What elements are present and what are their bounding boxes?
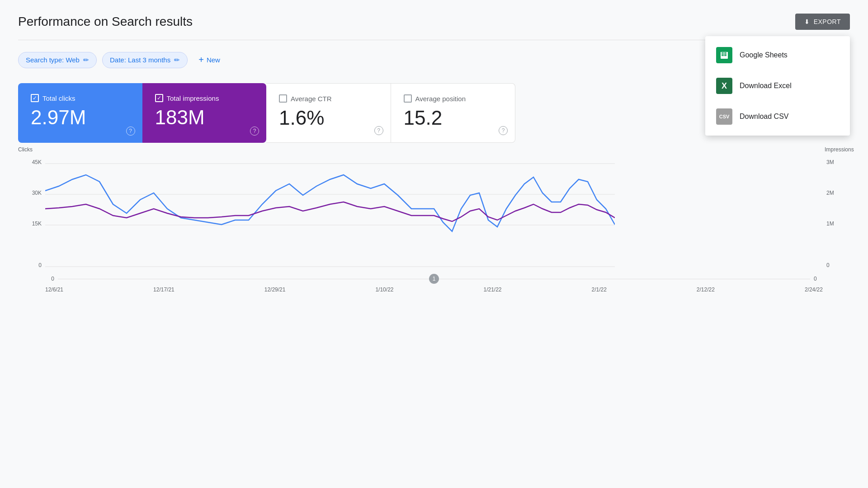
impressions-axis-label: Impressions	[825, 146, 854, 153]
chart-container: Clicks 45K 30K 15K 0	[18, 150, 850, 293]
download-excel-label: Download Excel	[740, 82, 792, 90]
excel-icon: X	[716, 78, 732, 94]
position-value: 15.2	[404, 108, 503, 128]
sheets-icon	[716, 47, 732, 63]
x-label-3: 12/29/21	[264, 286, 286, 293]
ctr-checkbox	[279, 94, 287, 103]
zero-left: 0	[45, 276, 54, 282]
impressions-metric[interactable]: ✓ Total impressions 183M ?	[142, 83, 267, 143]
chart-svg-wrapper: 0 1 0 12/6/21 12/17/21 12/29/21 1/10/22 …	[45, 150, 823, 293]
google-sheets-option[interactable]: Google Sheets	[705, 40, 850, 70]
x-label-7: 2/12/22	[697, 286, 715, 293]
left-tick-0: 0	[38, 262, 42, 268]
x-label-8: 2/24/22	[805, 286, 823, 293]
google-sheets-label: Google Sheets	[740, 51, 788, 59]
edit-icon-date: ✏	[174, 56, 180, 64]
download-excel-option[interactable]: X Download Excel	[705, 70, 850, 101]
new-label: New	[207, 56, 220, 64]
svg-rect-2	[724, 52, 726, 53]
date-label: Date: Last 3 months	[110, 56, 170, 64]
clicks-help-icon[interactable]: ?	[126, 127, 135, 136]
left-tick-15k: 15K	[32, 221, 42, 227]
download-csv-label: Download CSV	[740, 113, 789, 121]
impressions-label: Total impressions	[167, 94, 219, 102]
right-axis: Impressions 3M 2M 1M 0	[823, 150, 850, 286]
export-label: EXPORT	[814, 18, 841, 25]
svg-rect-6	[724, 55, 726, 56]
ctr-help-icon[interactable]: ?	[374, 126, 383, 135]
ctr-label: Average CTR	[291, 95, 332, 103]
clicks-header: ✓ Total clicks	[31, 94, 130, 102]
impressions-help-icon[interactable]: ?	[250, 127, 259, 136]
right-tick-2m: 2M	[826, 190, 834, 196]
x-label-1: 12/6/21	[45, 286, 63, 293]
search-type-filter[interactable]: Search type: Web ✏	[18, 52, 97, 68]
page-title: Performance on Search results	[18, 14, 850, 29]
position-metric[interactable]: Average position 15.2 ?	[391, 83, 516, 143]
svg-rect-3	[722, 54, 724, 55]
x-label-4: 1/10/22	[375, 286, 393, 293]
zero-line-row: 0 1 0	[45, 276, 823, 282]
search-type-label: Search type: Web	[26, 56, 80, 64]
download-csv-option[interactable]: CSV Download CSV	[705, 101, 850, 132]
clicks-metric[interactable]: ✓ Total clicks 2.97M ?	[18, 83, 142, 143]
impressions-header: ✓ Total impressions	[155, 94, 254, 102]
ctr-metric[interactable]: Average CTR 1.6% ?	[266, 83, 391, 143]
position-help-icon[interactable]: ?	[499, 126, 508, 135]
svg-rect-5	[722, 55, 724, 56]
x-label-6: 2/1/22	[592, 286, 607, 293]
x-label-2: 12/17/21	[153, 286, 175, 293]
ctr-header: Average CTR	[279, 94, 378, 103]
zero-line: 1	[58, 279, 810, 279]
left-tick-45k: 45K	[32, 159, 42, 165]
x-label-5: 1/21/22	[483, 286, 501, 293]
right-tick-1m: 1M	[826, 221, 834, 227]
left-tick-30k: 30K	[32, 190, 42, 196]
position-label: Average position	[415, 95, 466, 103]
export-dropdown: Google Sheets X Download Excel CSV Downl…	[705, 36, 850, 136]
impressions-value: 183M	[155, 108, 254, 127]
position-checkbox	[404, 94, 412, 103]
csv-icon: CSV	[716, 108, 732, 125]
right-tick-0: 0	[826, 262, 830, 268]
impressions-checkbox: ✓	[155, 94, 163, 102]
svg-rect-1	[722, 52, 724, 53]
zero-right: 0	[814, 276, 823, 282]
clicks-checkbox: ✓	[31, 94, 39, 102]
left-axis: Clicks 45K 30K 15K 0	[18, 150, 45, 286]
clicks-axis-label: Clicks	[18, 146, 33, 153]
x-axis-labels: 12/6/21 12/17/21 12/29/21 1/10/22 1/21/2…	[45, 286, 823, 293]
plus-icon: +	[198, 55, 204, 65]
position-header: Average position	[404, 94, 503, 103]
date-filter[interactable]: Date: Last 3 months ✏	[102, 52, 188, 68]
clicks-label: Total clicks	[42, 94, 75, 102]
edit-icon: ✏	[83, 56, 89, 64]
right-tick-3m: 3M	[826, 159, 834, 165]
metrics-row: ✓ Total clicks 2.97M ? ✓ Total impressio…	[18, 83, 515, 143]
svg-rect-4	[724, 54, 726, 55]
clicks-value: 2.97M	[31, 108, 130, 127]
ctr-value: 1.6%	[279, 108, 378, 128]
chart-svg	[45, 150, 615, 272]
download-icon: ⬇	[804, 18, 810, 25]
badge-1[interactable]: 1	[429, 274, 439, 284]
new-button[interactable]: + New	[193, 51, 226, 69]
export-button[interactable]: ⬇ EXPORT	[795, 14, 850, 30]
